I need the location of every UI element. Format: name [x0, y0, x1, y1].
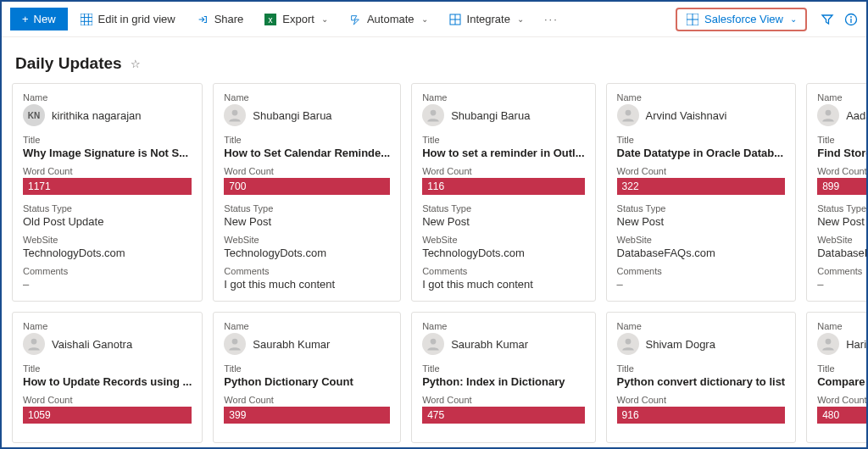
wordcount-value: 399 — [224, 407, 390, 424]
share-label: Share — [214, 13, 244, 25]
wordcount-value: 916 — [617, 407, 786, 424]
wordcount-value: 480 — [817, 407, 868, 424]
gallery-card[interactable]: NameShivam DograTitlePython convert dict… — [606, 312, 797, 443]
gallery-card[interactable]: NameArvind VaishnaviTitleDate Datatype i… — [606, 83, 797, 302]
gallery-card[interactable]: NameSaurabh KumarTitlePython: Index in D… — [411, 312, 595, 443]
page-title: Daily Updates — [15, 54, 122, 73]
avatar — [422, 333, 444, 355]
person-field: Saurabh Kumar — [422, 333, 584, 355]
person-field: Vaishali Ganotra — [23, 333, 192, 355]
new-label: New — [34, 13, 56, 25]
avatar — [422, 104, 444, 126]
avatar — [23, 333, 45, 355]
field-label-status: Status Type — [422, 203, 584, 213]
person-field: Aadarsh Vikram Singh — [817, 104, 868, 126]
field-label-comments: Comments — [422, 266, 584, 276]
person-field: Saurabh Kumar — [224, 333, 390, 355]
svg-rect-0 — [81, 14, 92, 25]
gallery-card[interactable]: NameAadarsh Vikram SinghTitleFind Store … — [806, 83, 868, 302]
automate-button[interactable]: Automate ⌄ — [340, 9, 437, 30]
person-name: kirithika nagarajan — [52, 109, 142, 122]
title-value: Why Image Signature is Not S... — [23, 147, 192, 159]
ellipsis-icon: ··· — [544, 13, 559, 25]
integrate-button[interactable]: Integrate ⌄ — [440, 9, 532, 30]
gallery-card[interactable]: NameKNkirithika nagarajanTitleWhy Image … — [12, 83, 203, 302]
wordcount-value: 700 — [224, 178, 390, 195]
field-label-title: Title — [422, 135, 584, 145]
status-value: New Post — [224, 215, 390, 228]
title-value: Compare two strings in typesc... — [817, 375, 868, 388]
gallery-card[interactable]: NameVaishali GanotraTitleHow to Update R… — [12, 312, 203, 443]
page-header: Daily Updates ☆ — [2, 37, 866, 80]
title-value: Python Dictionary Count — [224, 375, 390, 388]
avatar — [817, 333, 839, 355]
title-value: Python convert dictionary to list — [617, 375, 786, 388]
field-label-wordcount: Word Count — [23, 395, 192, 405]
wordcount-value: 1059 — [23, 407, 192, 424]
avatar — [617, 333, 639, 355]
field-label-name: Name — [224, 92, 390, 103]
field-label-status: Status Type — [23, 203, 192, 213]
field-label-name: Name — [617, 321, 786, 331]
field-label-status: Status Type — [817, 203, 868, 213]
info-icon[interactable] — [844, 13, 858, 26]
field-label-title: Title — [224, 135, 390, 145]
field-label-wordcount: Word Count — [422, 166, 584, 176]
chevron-down-icon: ⌄ — [321, 14, 328, 24]
wordcount-value: 322 — [617, 178, 786, 195]
field-label-website: WebSite — [224, 235, 390, 245]
chevron-down-icon: ⌄ — [517, 14, 524, 24]
svg-point-14 — [850, 16, 852, 18]
field-label-status: Status Type — [224, 203, 390, 213]
gallery-card[interactable]: NameShubangi BaruaTitleHow to set a remi… — [411, 83, 595, 302]
field-label-title: Title — [617, 135, 786, 145]
edit-grid-button[interactable]: Edit in grid view — [71, 9, 184, 30]
field-label-website: WebSite — [23, 235, 192, 245]
edit-grid-label: Edit in grid view — [98, 13, 175, 25]
person-name: Aadarsh Vikram Singh — [846, 109, 868, 122]
svg-point-17 — [431, 110, 437, 116]
avatar — [817, 104, 839, 126]
field-label-title: Title — [817, 363, 868, 374]
gallery-card[interactable]: NameShubangi BaruaTitleHow to Set Calend… — [213, 83, 401, 302]
status-value: New Post — [422, 215, 584, 228]
person-name: Saurabh Kumar — [451, 338, 528, 351]
field-label-comments: Comments — [817, 266, 868, 276]
new-button[interactable]: + New — [10, 8, 68, 30]
svg-text:x: x — [269, 15, 273, 25]
field-label-website: WebSite — [817, 235, 868, 245]
gallery-card[interactable]: NameSaurabh KumarTitlePython Dictionary … — [213, 312, 401, 443]
view-selector[interactable]: Salesforce View ⌄ — [676, 8, 807, 31]
status-value: New Post — [617, 215, 786, 228]
chevron-down-icon: ⌄ — [421, 14, 428, 24]
field-label-comments: Comments — [23, 266, 192, 276]
gallery-card[interactable]: NameHaripriya DhallTitleCompare two stri… — [806, 312, 868, 443]
field-label-name: Name — [23, 321, 192, 331]
field-label-comments: Comments — [224, 266, 390, 276]
wordcount-value: 1171 — [23, 178, 192, 195]
status-value: Old Post Update — [23, 215, 192, 228]
field-label-website: WebSite — [617, 235, 786, 245]
comments-value: – — [23, 278, 192, 291]
svg-point-16 — [232, 110, 238, 116]
excel-icon: x — [264, 13, 277, 26]
filter-icon[interactable] — [821, 13, 834, 26]
status-value: New Post — [817, 215, 868, 228]
favorite-star-icon[interactable]: ☆ — [131, 58, 141, 70]
export-button[interactable]: x Export ⌄ — [255, 9, 337, 30]
avatar: KN — [23, 104, 45, 126]
overflow-button[interactable]: ··· — [536, 9, 567, 29]
person-name: Saurabh Kumar — [253, 338, 330, 351]
title-value: How to Update Records using ... — [23, 375, 192, 388]
field-label-wordcount: Word Count — [817, 166, 868, 176]
wordcount-value: 116 — [422, 178, 584, 195]
person-field: Shubangi Barua — [224, 104, 390, 126]
wordcount-value: 475 — [422, 407, 584, 424]
field-label-status: Status Type — [617, 203, 786, 213]
website-value: TechnologyDots.com — [224, 247, 390, 259]
person-field: Shubangi Barua — [422, 104, 584, 126]
field-label-wordcount: Word Count — [617, 395, 786, 405]
comments-value: – — [817, 278, 868, 291]
share-button[interactable]: Share — [187, 9, 253, 30]
command-bar: + New Edit in grid view Share x Export ⌄… — [2, 2, 866, 37]
